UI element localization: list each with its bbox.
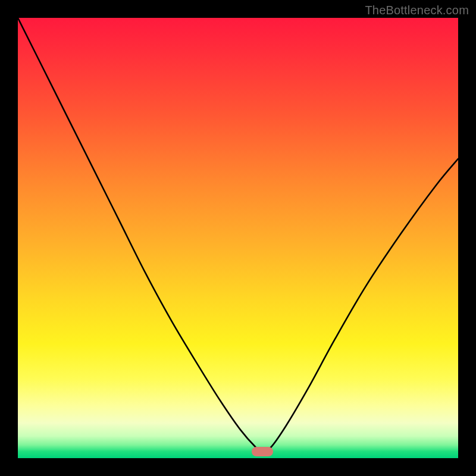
plot-area	[18, 18, 458, 458]
chart-container: TheBottleneck.com	[0, 0, 476, 476]
attribution-text: TheBottleneck.com	[365, 4, 469, 17]
optimum-marker	[252, 447, 273, 456]
bottleneck-curve	[18, 18, 458, 452]
curve-svg	[18, 18, 458, 458]
